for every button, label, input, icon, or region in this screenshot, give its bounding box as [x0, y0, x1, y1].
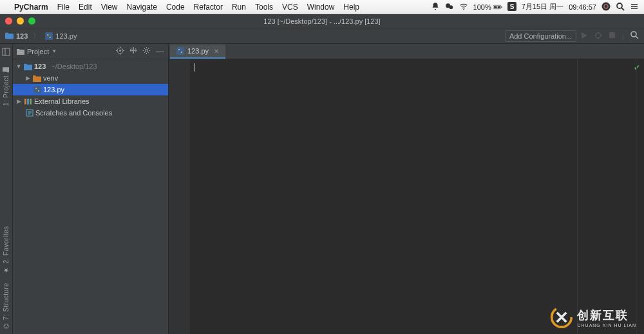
folder-icon	[3, 66, 10, 73]
menu-vcs[interactable]: VCS	[282, 3, 298, 12]
menu-navigate[interactable]: Navigate	[127, 3, 157, 12]
svg-rect-29	[30, 99, 32, 104]
svg-point-15	[596, 33, 601, 38]
expand-icon[interactable]	[129, 46, 137, 56]
watermark-text: 创新互联	[577, 308, 636, 323]
app-name[interactable]: PyCharm	[14, 3, 48, 12]
tree-venv[interactable]: ▶ venv	[13, 72, 168, 84]
left-tool-gutter: 1: Project ★2: Favorites ⌬7: Structure	[0, 44, 13, 334]
panel-title[interactable]: Project	[27, 48, 49, 55]
svg-point-25	[35, 88, 37, 89]
error-stripe[interactable]	[636, 59, 644, 334]
breadcrumb-project: 123	[16, 32, 28, 40]
project-tool-button[interactable]: 1: Project	[3, 66, 10, 106]
editor-tab-active[interactable]: 123.py ✕	[170, 44, 225, 59]
menu-view[interactable]: View	[101, 3, 118, 12]
chevron-right-icon[interactable]: ▶	[15, 98, 22, 104]
minimize-window-button[interactable]	[17, 17, 24, 25]
text-cursor	[194, 63, 195, 72]
menu-refactor[interactable]: Refactor	[194, 3, 223, 12]
menu-tools[interactable]: Tools	[255, 3, 273, 12]
structure-tool-button[interactable]: ⌬7: Structure	[3, 283, 10, 329]
window-titlebar: 123 [~/Desktop/123] - .../123.py [123]	[0, 14, 644, 28]
battery-text: 100%	[473, 3, 491, 11]
svg-point-26	[38, 90, 39, 92]
folder-icon	[5, 32, 14, 39]
siri-icon[interactable]	[601, 2, 611, 12]
menubar-date[interactable]: 7月15日 周一	[522, 2, 564, 12]
chevron-down-icon[interactable]: ▼	[52, 48, 57, 54]
breadcrumb-sep: 〉	[33, 31, 40, 41]
svg-point-33	[181, 52, 182, 53]
svg-point-1	[449, 5, 453, 9]
svg-point-13	[48, 34, 49, 35]
breadcrumb[interactable]: 123 〉 123.py	[5, 31, 77, 41]
svg-point-2	[463, 8, 464, 10]
close-window-button[interactable]	[5, 17, 12, 25]
python-file-icon	[33, 86, 41, 93]
folder-icon	[33, 75, 41, 82]
editor-canvas[interactable]: ✔	[191, 59, 644, 334]
input-source-icon[interactable]: S	[507, 2, 516, 12]
nav-toolbar: 123 〉 123.py Add Configuration... |	[0, 28, 644, 44]
chevron-down-icon[interactable]: ▼	[15, 63, 22, 70]
project-panel-header: Project ▼ —	[13, 44, 168, 59]
tree-project-root[interactable]: ▼ 123~/Desktop/123	[13, 61, 168, 72]
tab-label: 123.py	[187, 47, 209, 55]
python-file-icon	[176, 47, 184, 55]
zoom-window-button[interactable]	[28, 17, 35, 25]
bell-icon[interactable]	[431, 2, 440, 12]
watermark: 创新互联 CHUANG XIN HU LIAN	[550, 306, 636, 329]
watermark-logo	[550, 306, 573, 329]
svg-text:S: S	[509, 3, 514, 10]
hide-icon[interactable]: —	[156, 46, 164, 56]
right-margin-line	[577, 59, 578, 334]
svg-rect-16	[609, 32, 615, 38]
menu-run[interactable]: Run	[232, 3, 246, 12]
breadcrumb-file: 123.py	[55, 32, 77, 40]
stop-icon[interactable]	[609, 32, 616, 40]
debug-icon[interactable]	[594, 32, 602, 41]
svg-point-22	[119, 50, 121, 52]
search-everywhere-icon[interactable]	[630, 31, 639, 41]
svg-rect-31	[176, 47, 184, 55]
favorites-tool-button[interactable]: ★2: Favorites	[3, 226, 10, 274]
svg-line-18	[636, 36, 638, 39]
menu-window[interactable]: Window	[307, 3, 335, 12]
svg-point-14	[50, 36, 51, 37]
spotlight-icon[interactable]	[616, 2, 625, 12]
tree-scratches[interactable]: Scratches and Consoles	[13, 107, 168, 119]
menu-help[interactable]: Help	[343, 3, 359, 12]
menu-extra-icon[interactable]	[630, 2, 639, 12]
menubar-time[interactable]: 09:46:57	[569, 3, 596, 11]
wechat-icon[interactable]	[445, 2, 454, 12]
locate-icon[interactable]	[116, 46, 124, 56]
folder-icon	[17, 48, 24, 55]
editor-gutter	[169, 59, 191, 334]
svg-rect-19	[3, 48, 10, 55]
gear-icon[interactable]	[142, 46, 151, 56]
project-tree: ▼ 123~/Desktop/123 ▶ venv 123.py ▶ Exter…	[13, 59, 168, 119]
battery-status[interactable]: 100%	[473, 3, 502, 12]
editor-area: 123.py ✕ ✔ 创新互联 CHUANG XIN HU LIAN	[169, 44, 644, 334]
close-icon[interactable]: ✕	[214, 48, 219, 55]
svg-line-11	[621, 8, 624, 10]
svg-rect-27	[24, 99, 26, 104]
tree-file-selected[interactable]: 123.py	[13, 84, 168, 95]
wifi-icon[interactable]	[459, 2, 468, 12]
svg-rect-24	[33, 86, 41, 93]
menu-edit[interactable]: Edit	[79, 3, 92, 12]
svg-point-17	[631, 32, 636, 37]
menu-code[interactable]: Code	[166, 3, 185, 12]
run-icon[interactable]	[580, 32, 588, 41]
python-file-icon	[45, 32, 53, 40]
window-title: 123 [~/Desktop/123] - .../123.py [123]	[263, 17, 380, 25]
chevron-right-icon[interactable]: ▶	[24, 75, 31, 81]
watermark-subtext: CHUANG XIN HU LIAN	[577, 323, 636, 328]
tree-external-libraries[interactable]: ▶ External Libraries	[13, 95, 168, 107]
editor-tabs: 123.py ✕	[169, 44, 644, 59]
svg-rect-4	[501, 6, 502, 7]
add-configuration-button[interactable]: Add Configuration...	[505, 30, 576, 42]
layout-icon[interactable]	[2, 48, 10, 57]
menu-file[interactable]: File	[57, 3, 70, 12]
